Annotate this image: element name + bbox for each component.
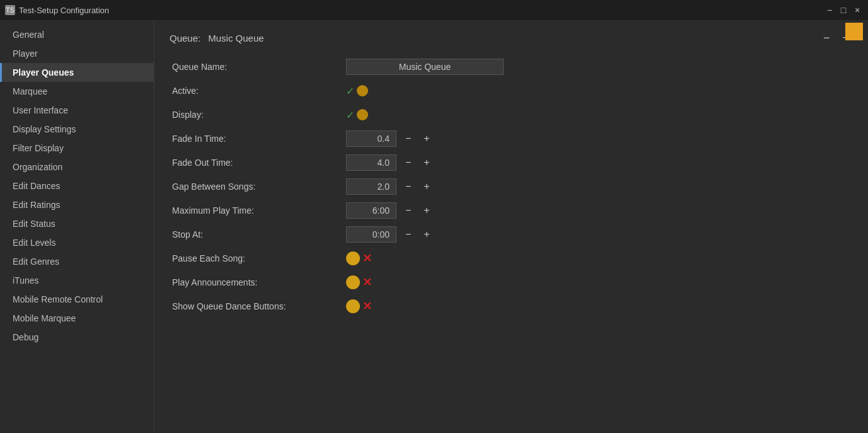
play-announcements-label: Play Announcements: (170, 277, 346, 287)
sidebar-item-itunes[interactable]: iTunes (0, 271, 154, 290)
show-dance-buttons-toggle[interactable]: ✕ (346, 299, 372, 313)
stop-at-label: Stop At: (170, 229, 346, 240)
fade-in-row: Fade In Time: 0.4 − + (170, 128, 853, 149)
window-controls: − □ × (824, 4, 863, 16)
show-dance-buttons-x-icon: ✕ (362, 299, 372, 313)
fade-in-plus-button[interactable]: + (420, 132, 433, 146)
gap-minus-button[interactable]: − (402, 180, 415, 193)
fade-in-minus-button[interactable]: − (402, 132, 415, 146)
sidebar-item-mobile-marquee[interactable]: Mobile Marquee (0, 309, 154, 328)
close-button[interactable]: × (852, 4, 863, 16)
sidebar-item-edit-status[interactable]: Edit Status (0, 214, 154, 233)
gap-plus-button[interactable]: + (420, 180, 433, 193)
stop-at-input[interactable]: 0:00 (346, 226, 396, 243)
fade-out-plus-button[interactable]: + (420, 156, 433, 170)
title-bar-left: TS Test-Setup Configuration (5, 5, 109, 15)
active-toggle[interactable]: ✓ (346, 85, 368, 97)
fade-out-minus-button[interactable]: − (402, 156, 415, 170)
max-play-row: Maximum Play Time: 6:00 − + (170, 200, 853, 221)
minimize-button[interactable]: − (824, 4, 835, 16)
play-announcements-x-icon: ✕ (362, 275, 372, 289)
stop-at-value: 0:00 − + (346, 226, 434, 243)
gap-value: 2.0 − + (346, 178, 434, 195)
stop-at-plus-button[interactable]: + (420, 228, 433, 241)
display-check-icon: ✓ (346, 109, 354, 121)
stop-at-minus-button[interactable]: − (402, 228, 415, 241)
show-dance-buttons-row: Show Queue Dance Buttons: ✕ (170, 296, 853, 317)
sidebar-item-filter-display[interactable]: Filter Display (0, 139, 154, 158)
fade-out-row: Fade Out Time: 4.0 − + (170, 152, 853, 173)
queue-label: Queue: (170, 33, 200, 43)
pause-each-label: Pause Each Song: (170, 253, 346, 263)
stop-at-row: Stop At: 0:00 − + (170, 224, 853, 245)
active-check-icon: ✓ (346, 85, 354, 97)
fade-out-input[interactable]: 4.0 (346, 154, 396, 171)
pause-each-toggle[interactable]: ✕ (346, 251, 372, 265)
max-play-label: Maximum Play Time: (170, 205, 346, 216)
fade-in-input[interactable]: 0.4 (346, 130, 396, 147)
app-icon: TS (5, 5, 15, 15)
sidebar-item-edit-genres[interactable]: Edit Genres (0, 252, 154, 271)
max-play-value: 6:00 − + (346, 202, 434, 219)
pause-each-x-icon: ✕ (362, 251, 372, 265)
fade-in-label: Fade In Time: (170, 134, 346, 144)
sidebar-item-edit-dances[interactable]: Edit Dances (0, 176, 154, 195)
sidebar-item-display-settings[interactable]: Display Settings (0, 120, 154, 139)
sidebar-item-debug[interactable]: Debug (0, 328, 154, 347)
play-announcements-row: Play Announcements: ✕ (170, 272, 853, 293)
active-dot (357, 85, 368, 96)
sidebar-item-general[interactable]: General (0, 25, 154, 44)
sidebar-item-mobile-remote-control[interactable]: Mobile Remote Control (0, 290, 154, 309)
main-container: GeneralPlayerPlayer QueuesMarqueeUser In… (0, 20, 868, 433)
display-row: Display: ✓ (170, 104, 853, 125)
sidebar-item-user-interface[interactable]: User Interface (0, 101, 154, 120)
pause-each-dot (346, 251, 360, 265)
sidebar-item-marquee[interactable]: Marquee (0, 82, 154, 101)
queue-name-row: Queue Name: Music Queue (170, 56, 853, 78)
queue-name-value: Music Queue (346, 59, 504, 75)
queue-name-label: Queue Name: (170, 62, 346, 72)
display-dot (357, 109, 368, 120)
queue-name-input[interactable]: Music Queue (346, 59, 504, 75)
max-play-minus-button[interactable]: − (402, 204, 415, 217)
content-area: Queue: Music Queue − + Queue Name: Music… (154, 20, 868, 433)
active-row: Active: ✓ (170, 80, 853, 101)
queue-header: Queue: Music Queue − + (170, 30, 853, 46)
title-bar: TS Test-Setup Configuration − □ × (0, 0, 868, 20)
show-dance-buttons-label: Show Queue Dance Buttons: (170, 301, 346, 311)
sidebar-item-edit-levels[interactable]: Edit Levels (0, 233, 154, 252)
gap-row: Gap Between Songs: 2.0 − + (170, 176, 853, 197)
maximize-button[interactable]: □ (838, 4, 849, 16)
sidebar-item-player-queues[interactable]: Player Queues (0, 63, 154, 82)
fade-out-value: 4.0 − + (346, 154, 434, 171)
gap-input[interactable]: 2.0 (346, 178, 396, 195)
display-label: Display: (170, 110, 346, 120)
gap-label: Gap Between Songs: (170, 182, 346, 192)
sidebar-item-edit-ratings[interactable]: Edit Ratings (0, 195, 154, 214)
sidebar-item-organization[interactable]: Organization (0, 158, 154, 176)
accent-button[interactable] (845, 23, 863, 40)
play-announcements-toggle[interactable]: ✕ (346, 275, 372, 289)
fade-out-label: Fade Out Time: (170, 158, 346, 168)
pause-each-row: Pause Each Song: ✕ (170, 248, 853, 269)
sidebar: GeneralPlayerPlayer QueuesMarqueeUser In… (0, 20, 154, 433)
display-toggle[interactable]: ✓ (346, 109, 368, 121)
max-play-input[interactable]: 6:00 (346, 202, 396, 219)
show-dance-buttons-dot (346, 299, 360, 313)
fade-in-value: 0.4 − + (346, 130, 434, 147)
queue-name-display: Music Queue (208, 33, 812, 43)
window-title: Test-Setup Configuration (19, 6, 109, 15)
queue-minus-button[interactable]: − (819, 30, 834, 46)
sidebar-item-player[interactable]: Player (0, 44, 154, 63)
play-announcements-dot (346, 275, 360, 289)
max-play-plus-button[interactable]: + (420, 204, 433, 217)
active-label: Active: (170, 86, 346, 96)
